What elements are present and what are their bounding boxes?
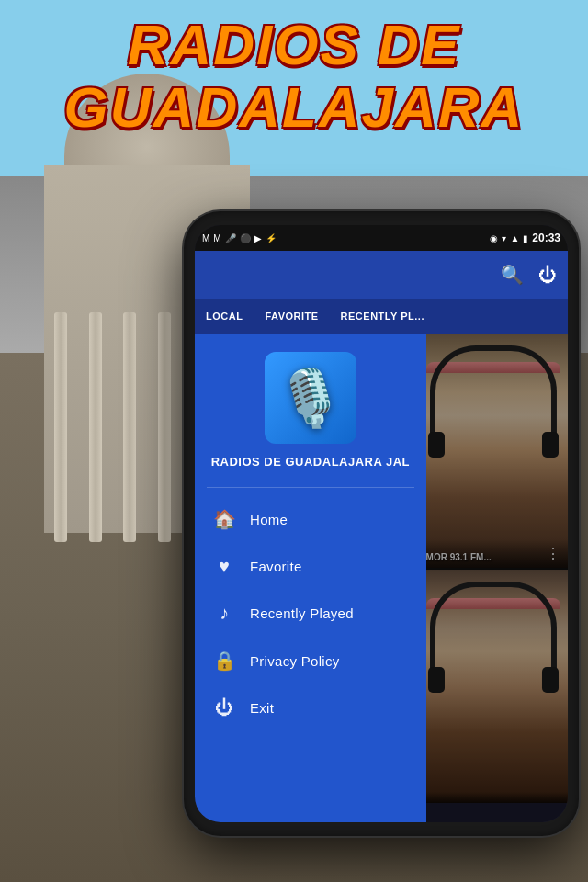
recently-played-icon: ♪ <box>213 603 235 624</box>
status-icons-right: ◉ ▾ ▲ ▮ 20:33 <box>490 232 560 244</box>
column <box>89 312 102 542</box>
tabs-bar: LOCAL FAVORITE RECENTLY PL... <box>195 299 568 334</box>
mic-icon: 🎙️ <box>276 366 345 431</box>
drawer-item-home[interactable]: 🏠 Home <box>195 495 426 543</box>
icon-play: ⚡ <box>266 233 277 243</box>
icon-signal-minus: ◉ <box>490 233 498 243</box>
favorite-icon: ♥ <box>213 556 235 577</box>
app-title: RADIOS DEGUADALAJARA <box>0 14 588 139</box>
icon-network: ▲ <box>510 233 519 243</box>
drawer-item-exit-label: Exit <box>250 700 274 716</box>
drawer-item-privacy-policy[interactable]: 🔒 Privacy Policy <box>195 637 426 684</box>
drawer-scrim[interactable] <box>419 334 568 822</box>
tab-favorite[interactable]: FAVORITE <box>254 299 329 334</box>
tab-local[interactable]: LOCAL <box>195 299 254 334</box>
drawer-item-favorite[interactable]: ♥ Favorite <box>195 543 426 590</box>
column <box>54 312 67 542</box>
icon-youtube: ▶ <box>254 233 262 243</box>
phone-wrapper: M M 🎤 ⚫ ▶ ⚡ ◉ ▾ ▲ ▮ 20:33 🔍 ⏻ <box>184 211 579 836</box>
tab-recently-played[interactable]: RECENTLY PL... <box>330 299 435 334</box>
exit-icon: ⏻ <box>213 697 235 718</box>
power-icon[interactable]: ⏻ <box>538 265 557 286</box>
drawer-item-favorite-label: Favorite <box>250 559 302 574</box>
drawer-logo: 🎙️ <box>265 352 356 444</box>
icon-wifi: ▾ <box>502 233 506 243</box>
icon-gmail1: M <box>202 233 209 243</box>
icon-circle: ⚫ <box>240 233 251 243</box>
phone-outer: M M 🎤 ⚫ ▶ ⚡ ◉ ▾ ▲ ▮ 20:33 🔍 ⏻ <box>184 211 579 836</box>
drawer-app-name: RADIOS DE GUADALAJARA JAL <box>202 455 419 469</box>
drawer-app-name-text: RADIOS DE GUADALAJARA JAL <box>211 455 410 469</box>
phone-screen: M M 🎤 ⚫ ▶ ⚡ ◉ ▾ ▲ ▮ 20:33 🔍 ⏻ <box>195 225 568 822</box>
app-bar: 🔍 ⏻ <box>195 251 568 299</box>
drawer-item-privacy-label: Privacy Policy <box>250 653 340 669</box>
icon-gmail2: M <box>213 233 220 243</box>
status-time: 20:33 <box>532 232 560 244</box>
column <box>123 312 136 542</box>
status-icons-left: M M 🎤 ⚫ ▶ ⚡ <box>202 233 277 243</box>
drawer-item-home-label: Home <box>250 512 288 527</box>
search-icon[interactable]: 🔍 <box>501 264 524 286</box>
home-icon: 🏠 <box>213 508 235 530</box>
privacy-icon: 🔒 <box>213 650 235 672</box>
icon-battery: ▮ <box>523 233 528 243</box>
icon-mic: 🎤 <box>225 233 236 243</box>
drawer-item-recently-played-label: Recently Played <box>250 605 354 621</box>
drawer-item-recently-played[interactable]: ♪ Recently Played <box>195 590 426 637</box>
drawer-item-exit[interactable]: ⏻ Exit <box>195 684 426 731</box>
content-area: MOR 93.1 FM... ⋮ <box>195 334 568 822</box>
column <box>158 312 171 542</box>
app-title-container: RADIOS DEGUADALAJARA <box>0 14 588 139</box>
drawer-divider <box>207 487 415 488</box>
status-bar: M M 🎤 ⚫ ▶ ⚡ ◉ ▾ ▲ ▮ 20:33 <box>195 225 568 251</box>
navigation-drawer: 🎙️ RADIOS DE GUADALAJARA JAL 🏠 Home ♥ <box>195 334 426 822</box>
